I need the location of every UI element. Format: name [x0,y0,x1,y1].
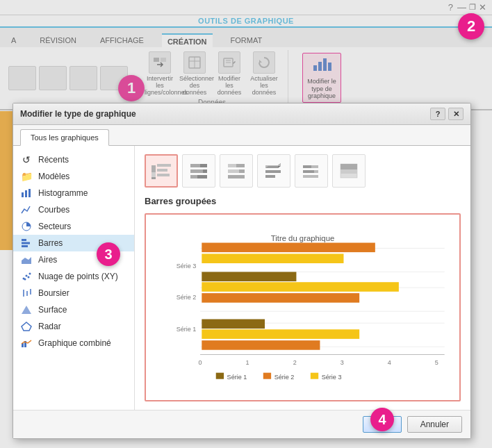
svg-rect-46 [228,164,236,167]
sidebar-item-aires[interactable]: Aires [13,251,134,268]
sidebar-item-barres[interactable]: Barres [13,235,134,251]
histogramme-label: Histogramme [38,188,88,198]
svg-marker-30 [22,322,31,331]
aires-icon [20,255,33,265]
barres-icon [20,238,33,248]
combine-icon [20,338,33,348]
sidebar-item-courbes[interactable]: Courbes [13,201,134,218]
chart-type-label: Barres groupées [145,196,461,206]
radar-label: Radar [38,322,61,331]
svg-rect-62 [341,169,357,174]
courbes-label: Courbes [38,205,69,215]
svg-rect-85 [202,272,296,281]
svg-rect-83 [202,282,399,292]
dialog-help-btn[interactable]: ? [430,108,445,120]
svg-rect-87 [202,242,375,252]
sidebar-item-surface[interactable]: Surface [13,301,134,318]
chart-preview: Titre du graphique Série 3 Série 2 Série… [145,213,461,401]
radar-icon [20,322,33,331]
svg-text:1: 1 [246,359,249,366]
svg-rect-15 [28,189,31,197]
svg-text:Série 3: Série 3 [322,374,342,381]
svg-rect-52 [265,175,275,178]
svg-rect-92 [311,373,318,379]
dialog-main: Barres groupées Titre du graphique Série… [135,146,470,410]
chart-icon-3d-bars[interactable] [257,154,290,188]
svg-rect-38 [157,174,170,176]
modeles-icon: 📁 [20,172,33,181]
svg-rect-19 [22,245,28,247]
svg-rect-81 [202,340,320,350]
svg-rect-49 [228,175,245,179]
svg-marker-20 [22,257,31,264]
svg-text:Série 1: Série 1 [227,374,247,381]
svg-rect-58 [303,170,314,173]
svg-rect-80 [202,329,359,339]
aires-label: Aires [38,255,57,265]
svg-text:3: 3 [341,359,344,366]
nuage-label: Nuage de points (XY) [38,272,118,281]
svg-rect-86 [202,254,343,263]
chart-type-icons [145,154,461,188]
courbes-icon [20,205,33,215]
sidebar-item-combine[interactable]: Graphique combiné [13,335,134,351]
ok-button[interactable]: OK [363,416,401,433]
sidebar-item-boursier[interactable]: Boursier [13,285,134,301]
svg-rect-84 [202,293,359,303]
chart-icon-3d-100percent-bars[interactable] [332,154,366,188]
secteurs-label: Secteurs [38,222,71,231]
svg-rect-44 [190,175,197,179]
combine-label: Graphique combiné [38,338,111,348]
chart-icon-stacked-bars[interactable] [182,154,215,188]
dialog-titlebar: Modifier le type de graphique ? ✕ [13,103,470,125]
surface-label: Surface [38,305,67,315]
svg-rect-56 [303,165,311,168]
svg-point-24 [24,279,26,281]
sidebar-item-recents[interactable]: ↺ Récents [13,151,134,168]
boursier-icon [20,288,33,298]
preview-svg: Titre du graphique Série 3 Série 2 Série… [153,222,452,393]
barres-label: Barres [38,238,63,248]
svg-rect-88 [216,373,224,379]
dialog-body: ↺ Récents 📁 Modèles Histogramme [13,146,470,410]
sidebar-item-histogramme[interactable]: Histogramme [13,185,134,201]
svg-rect-40 [190,164,200,167]
sidebar-item-secteurs[interactable]: Secteurs [13,218,134,235]
svg-rect-82 [202,320,265,329]
svg-text:Série 1: Série 1 [177,326,197,333]
dialog-sidebar: ↺ Récents 📁 Modèles Histogramme [13,146,135,410]
svg-rect-17 [22,239,26,241]
svg-text:Série 2: Série 2 [177,294,197,301]
chart-icon-100percent-bars[interactable] [220,154,253,188]
sidebar-item-radar[interactable]: Radar [13,318,134,335]
chart-icon-3d-stacked-bars[interactable] [295,154,328,188]
svg-rect-18 [22,242,30,244]
dialog-title: Modifier le type de graphique [20,109,136,119]
svg-rect-37 [157,169,167,172]
sidebar-item-modeles[interactable]: 📁 Modèles [13,168,134,185]
svg-rect-61 [341,164,357,169]
svg-rect-42 [190,169,203,173]
dialog-tabs: Tous les graphiques [13,125,470,146]
sidebar-item-nuage[interactable]: Nuage de points (XY) [13,268,134,285]
svg-text:2: 2 [293,359,297,366]
svg-text:Série 2: Série 2 [274,374,295,381]
modeles-label: Modèles [38,172,69,181]
svg-marker-29 [22,306,31,314]
svg-rect-36 [157,164,171,167]
boursier-label: Boursier [38,288,69,298]
svg-point-25 [28,276,30,279]
histogramme-icon [20,188,33,198]
nuage-icon [20,272,33,281]
change-chart-type-dialog: 2 Modifier le type de graphique ? ✕ Tous… [13,103,471,439]
tab-tous-graphiques[interactable]: Tous les graphiques [20,129,109,146]
svg-text:0: 0 [199,359,202,366]
svg-text:5: 5 [435,359,438,366]
cancel-button[interactable]: Annuler [407,416,462,433]
secteurs-icon [20,222,33,231]
chart-icon-grouped-bars[interactable] [145,154,178,188]
svg-rect-90 [263,373,271,379]
svg-rect-35 [151,177,156,179]
dialog-close-btn[interactable]: ✕ [448,108,464,120]
recents-icon: ↺ [20,155,33,165]
